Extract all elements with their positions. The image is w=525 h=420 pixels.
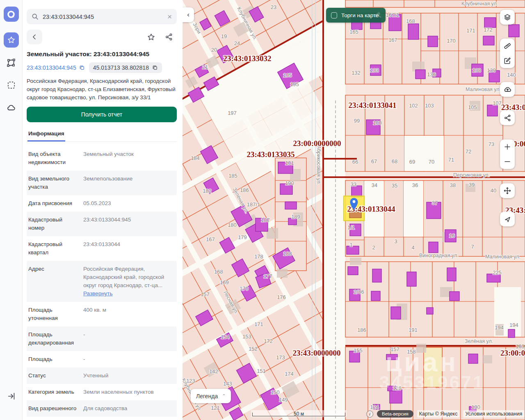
collapse-panel-button[interactable]: ‹: [183, 7, 194, 22]
parcel-number: 188: [283, 251, 292, 257]
row-label: Кадастровый номер: [28, 216, 83, 232]
clear-search-icon[interactable]: ×: [167, 13, 172, 21]
row-label: Вид объекта недвижимости: [28, 150, 83, 167]
get-report-button[interactable]: Получить отчет: [27, 107, 177, 122]
sidebar-item-polygon[interactable]: [4, 55, 19, 70]
sidebar-item-cloud[interactable]: [4, 100, 19, 115]
back-button[interactable]: [27, 30, 42, 44]
quarter-label: 23:43:0000000: [292, 349, 340, 357]
building[interactable]: [285, 202, 297, 209]
table-row: Площадь-: [27, 351, 177, 368]
terms-link[interactable]: Условия использования: [465, 411, 522, 417]
building[interactable]: [408, 24, 419, 39]
copy-icon[interactable]: [152, 65, 158, 71]
building[interactable]: [372, 269, 381, 282]
torgi-toggle[interactable]: Торги на карте: [326, 8, 386, 23]
coordinates-chip[interactable]: 45.013713 38.802818: [89, 62, 162, 73]
logout-button[interactable]: [4, 388, 19, 404]
search-input[interactable]: [43, 14, 167, 20]
parcel-number: 136: [427, 71, 436, 78]
share-button[interactable]: [161, 30, 177, 44]
table-row: СтатусУчтенный: [27, 368, 177, 384]
parcel-number: 153: [242, 333, 251, 340]
building[interactable]: [484, 18, 496, 27]
building[interactable]: [415, 70, 425, 79]
pan-button[interactable]: [500, 183, 515, 198]
watermark-id: 345319671: [379, 372, 484, 393]
parcel-number: 171: [466, 27, 475, 34]
favorite-button[interactable]: [143, 30, 159, 44]
sidebar-item-favorites[interactable]: [4, 32, 19, 48]
building[interactable]: [427, 308, 433, 314]
edit-icon: [503, 57, 511, 65]
torgi-checkbox[interactable]: [331, 12, 337, 18]
sidebar-item-select-area[interactable]: [4, 78, 19, 93]
parcel-number: 172: [264, 338, 273, 344]
building[interactable]: [447, 268, 456, 281]
building[interactable]: [509, 25, 519, 37]
row-value: -: [83, 331, 173, 347]
detail-panel: ×: [23, 0, 183, 420]
parcel-number: 121: [211, 405, 220, 411]
building[interactable]: [371, 291, 380, 301]
zoom-out-button[interactable]: [500, 154, 515, 169]
street-label: Малиновая ул.: [466, 87, 501, 92]
building[interactable]: [487, 105, 498, 116]
layers-button[interactable]: [500, 10, 515, 25]
parcel-number: 165: [349, 29, 358, 35]
parcel-number: 186: [240, 187, 249, 193]
table-row: Кадастровый квартал23:43:0133044: [27, 236, 177, 261]
parcel-number: 139: [487, 67, 496, 73]
parcel-number: 24: [234, 40, 240, 46]
info-icon[interactable]: i: [366, 411, 373, 418]
quarter-label: 23:43:0133032: [223, 54, 271, 63]
exit-icon: [7, 392, 16, 401]
parcel-number: 33: [351, 181, 356, 187]
star-icon: [7, 36, 16, 44]
building-footprint: [277, 269, 288, 278]
building[interactable]: [450, 292, 459, 301]
row-value: Российская Федерация, Краснодарский край…: [83, 265, 173, 298]
copy-icon[interactable]: [79, 65, 85, 71]
expand-address-link[interactable]: Развернуть: [83, 290, 113, 297]
legend-button[interactable]: Легенда ⌃: [191, 389, 231, 403]
share-icon: [165, 33, 173, 41]
building[interactable]: [348, 267, 358, 275]
building[interactable]: [352, 186, 362, 197]
parcel-number: 179: [238, 234, 247, 240]
app-logo[interactable]: [4, 7, 19, 22]
search-bar[interactable]: ×: [27, 9, 177, 24]
map-canvas[interactable]: 2319202421197184185186182187/11871901891…: [183, 0, 525, 420]
parcel-number: 36: [412, 182, 418, 188]
street-label: Зелёная ул.: [465, 338, 493, 344]
zoom-in-button[interactable]: [500, 139, 515, 154]
parcel-number: 99: [354, 118, 360, 124]
measure-button[interactable]: [500, 39, 515, 53]
row-label: Дата присвоения: [28, 199, 83, 208]
building[interactable]: [483, 36, 494, 45]
parcel-number: 69: [409, 159, 415, 165]
parcel-number: 138: [472, 67, 481, 73]
quarter-label: 0:0000000: [513, 139, 525, 148]
parcel-number: 133: [370, 67, 379, 73]
cadastral-number-link[interactable]: 23:43:0133044:945: [27, 64, 85, 71]
building[interactable]: [429, 242, 438, 253]
upload-button[interactable]: [500, 82, 515, 97]
building[interactable]: [468, 354, 478, 363]
draw-button[interactable]: [500, 53, 515, 68]
parcel-number: 103: [425, 103, 434, 109]
parcel-number: 150: [271, 389, 280, 395]
building[interactable]: [407, 272, 416, 286]
parcel-number: 225: [493, 269, 502, 276]
building[interactable]: [508, 329, 515, 338]
star-outline-icon: [147, 33, 155, 41]
building[interactable]: [428, 36, 438, 47]
locate-button[interactable]: [500, 212, 515, 226]
yandex-copyright[interactable]: Карты © Яндекс: [417, 410, 460, 418]
quarter-label: 23:43:0133035: [247, 150, 294, 159]
building[interactable]: [391, 307, 401, 319]
parcel-number: 71: [448, 157, 454, 163]
tab-information[interactable]: Информация: [27, 128, 65, 142]
building[interactable]: [347, 246, 359, 254]
share-map-button[interactable]: [500, 110, 515, 125]
